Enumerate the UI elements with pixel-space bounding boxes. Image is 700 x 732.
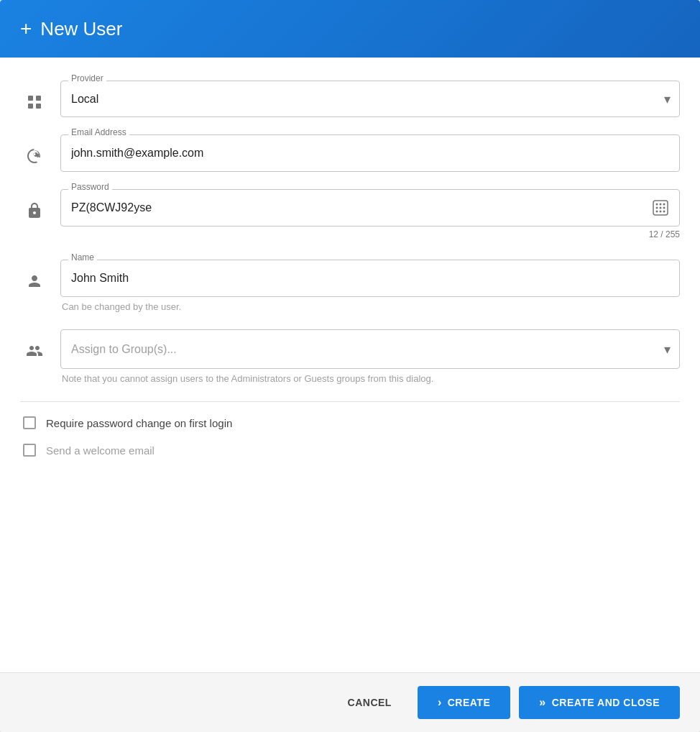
provider-icon xyxy=(20,81,49,111)
password-icon xyxy=(20,189,49,219)
name-hint: Can be changed by the user. xyxy=(60,301,680,312)
require-password-row: Require password change on first login xyxy=(20,416,680,429)
create-button[interactable]: › CREATE xyxy=(418,686,510,719)
provider-field-container: Provider Local ▾ xyxy=(60,81,680,117)
email-input[interactable] xyxy=(61,135,679,171)
svg-point-11 xyxy=(656,211,658,213)
welcome-email-checkbox[interactable] xyxy=(23,444,36,457)
email-label: Email Address xyxy=(68,128,129,137)
groups-field-wrapper: Assign to Group(s)... ▾ Note that you ca… xyxy=(60,329,680,384)
name-field-container: Name xyxy=(60,260,680,297)
groups-select[interactable]: Assign to Group(s)... xyxy=(61,330,679,368)
svg-rect-0 xyxy=(28,96,33,101)
welcome-email-row: Send a welcome email xyxy=(20,444,680,457)
new-user-dialog: + New User Provider Local ▾ xyxy=(0,0,700,732)
email-field-container: Email Address xyxy=(60,134,680,172)
divider xyxy=(20,401,680,402)
create-and-close-button[interactable]: » CREATE AND CLOSE xyxy=(519,686,680,719)
svg-rect-3 xyxy=(36,104,41,109)
svg-point-8 xyxy=(656,207,658,209)
name-icon xyxy=(20,260,49,290)
name-label: Name xyxy=(68,253,97,262)
svg-rect-1 xyxy=(36,96,41,101)
email-row: Email Address xyxy=(20,134,680,172)
groups-hint: Note that you cannot assign users to the… xyxy=(60,373,680,384)
svg-point-5 xyxy=(656,203,658,206)
svg-point-10 xyxy=(663,207,666,209)
name-input[interactable] xyxy=(61,260,679,296)
email-icon xyxy=(20,134,49,165)
provider-select[interactable]: Local xyxy=(61,81,679,116)
char-count: 12 / 255 xyxy=(60,229,680,239)
email-field-wrapper: Email Address xyxy=(60,134,680,172)
groups-field-container: Assign to Group(s)... ▾ xyxy=(60,329,680,369)
require-password-checkbox[interactable] xyxy=(23,416,36,429)
require-password-label[interactable]: Require password change on first login xyxy=(46,417,232,429)
name-row: Name Can be changed by the user. xyxy=(20,260,680,312)
dialog-footer: CANCEL › CREATE » CREATE AND CLOSE xyxy=(0,672,700,732)
generate-password-button[interactable] xyxy=(649,196,672,219)
provider-row: Provider Local ▾ xyxy=(20,81,680,117)
password-label: Password xyxy=(68,183,112,191)
password-field-wrapper: Password xyxy=(60,189,680,242)
dialog-title: New User xyxy=(40,18,122,40)
name-field-wrapper: Name Can be changed by the user. xyxy=(60,260,680,312)
provider-field-wrapper: Provider Local ▾ xyxy=(60,81,680,117)
plus-icon: + xyxy=(20,19,32,39)
svg-point-12 xyxy=(660,211,662,213)
svg-point-9 xyxy=(660,207,662,209)
groups-row: Assign to Group(s)... ▾ Note that you ca… xyxy=(20,329,680,384)
password-row: Password xyxy=(20,189,680,242)
svg-point-6 xyxy=(660,203,662,206)
password-field-container: Password xyxy=(60,189,680,227)
groups-icon xyxy=(20,329,49,360)
create-label: CREATE xyxy=(448,697,491,708)
cancel-button[interactable]: CANCEL xyxy=(331,687,409,718)
create-and-close-label: CREATE AND CLOSE xyxy=(552,697,660,708)
password-input[interactable] xyxy=(61,190,679,226)
svg-point-7 xyxy=(663,203,666,206)
svg-point-13 xyxy=(663,211,666,213)
welcome-email-label: Send a welcome email xyxy=(46,444,155,457)
dialog-body: Provider Local ▾ Email Address xyxy=(0,58,700,672)
create-arrow-icon: › xyxy=(438,696,442,709)
provider-label: Provider xyxy=(68,74,106,83)
dialog-header: + New User xyxy=(0,0,700,58)
svg-rect-2 xyxy=(28,104,33,109)
create-close-arrow-icon: » xyxy=(539,696,545,709)
